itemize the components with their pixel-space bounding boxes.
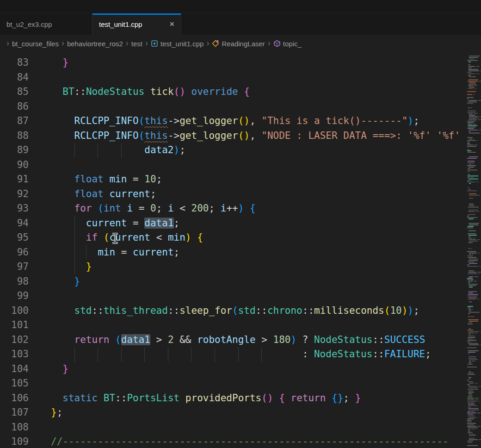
- code-text[interactable]: min = current;: [51, 245, 466, 260]
- code-line-107[interactable]: 107};: [0, 405, 466, 420]
- indent-guide: [74, 216, 75, 231]
- line-number[interactable]: 108: [0, 420, 29, 435]
- code-line-101[interactable]: 101: [0, 318, 466, 333]
- tab-bt_u2_ex3.cpp[interactable]: bt_u2_ex3.cpp: [0, 13, 92, 35]
- line-number[interactable]: 84: [0, 70, 29, 85]
- code-text[interactable]: }: [51, 56, 466, 70]
- chevron-right-icon: ›: [6, 39, 9, 47]
- breadcrumb-item-topic_[interactable]: topic_: [273, 40, 302, 48]
- code-line-99[interactable]: 99: [0, 289, 466, 304]
- line-number[interactable]: 101: [0, 318, 29, 333]
- indent-guide: [215, 347, 215, 362]
- line-number[interactable]: 94: [0, 216, 29, 231]
- code-line-97[interactable]: 97 }: [0, 260, 466, 274]
- code-line-109[interactable]: 109//-----------------------------------…: [0, 435, 466, 448]
- code-text[interactable]: float current;: [51, 187, 466, 202]
- tab-close-icon[interactable]: ×: [169, 20, 174, 28]
- code-text[interactable]: [51, 100, 466, 114]
- line-number[interactable]: 91: [0, 172, 29, 187]
- line-number[interactable]: 98: [0, 274, 29, 289]
- tab-test_unit1.cpp[interactable]: test_unit1.cpp×: [92, 13, 181, 35]
- code-line-103[interactable]: 103 : NodeStatus::FAILURE;: [0, 347, 466, 362]
- code-line-83[interactable]: 83 }: [0, 56, 466, 70]
- breadcrumb-item-ReadingLaser[interactable]: ReadingLaser: [212, 40, 265, 48]
- code-text[interactable]: [51, 318, 466, 333]
- code-text[interactable]: RCLCPP_INFO(this->get_logger(), "This is…: [51, 114, 466, 129]
- code-text[interactable]: [51, 70, 466, 85]
- code-line-91[interactable]: 91 float min = 10;: [0, 172, 466, 187]
- code-line-84[interactable]: 84: [0, 70, 466, 85]
- line-number[interactable]: 105: [0, 376, 29, 391]
- class-symbol-icon: [212, 40, 219, 47]
- code-line-93[interactable]: 93 for (int i = 0; i < 200; i++) {: [0, 201, 466, 216]
- code-line-90[interactable]: 90: [0, 158, 466, 173]
- code-line-108[interactable]: 108: [0, 420, 466, 435]
- line-number[interactable]: 86: [0, 100, 29, 114]
- code-text[interactable]: if (current < min) {: [51, 230, 466, 245]
- line-number[interactable]: 107: [0, 405, 29, 420]
- line-number[interactable]: 103: [0, 347, 29, 362]
- code-text[interactable]: for (int i = 0; i < 200; i++) {: [51, 201, 466, 216]
- line-number[interactable]: 99: [0, 289, 29, 304]
- code-text[interactable]: //--------------------------------------…: [51, 435, 466, 448]
- code-text[interactable]: : NodeStatus::FAILURE;: [51, 347, 466, 362]
- code-text[interactable]: [51, 158, 466, 173]
- line-number[interactable]: 102: [0, 333, 29, 348]
- code-text[interactable]: }: [51, 362, 466, 377]
- code-text[interactable]: };: [51, 405, 466, 420]
- code-text[interactable]: return (data1 > 2 && robotAngle > 180) ?…: [51, 333, 466, 348]
- code-text[interactable]: float min = 10;: [51, 172, 466, 187]
- code-text[interactable]: [51, 420, 466, 435]
- line-number[interactable]: 100: [0, 304, 29, 318]
- code-line-94[interactable]: 94 current = data1;: [0, 216, 466, 231]
- line-number[interactable]: 109: [0, 435, 29, 448]
- code-line-95[interactable]: 95 if (current < min) {: [0, 230, 466, 245]
- code-line-106[interactable]: 106 static BT::PortsList providedPorts()…: [0, 391, 466, 406]
- code-line-88[interactable]: 88 RCLCPP_INFO(this->get_logger(), "NODE…: [0, 129, 466, 143]
- line-number[interactable]: 93: [0, 201, 29, 216]
- code-line-87[interactable]: 87 RCLCPP_INFO(this->get_logger(), "This…: [0, 114, 466, 129]
- code-text[interactable]: }: [51, 260, 466, 274]
- code-text[interactable]: data2);: [51, 143, 466, 158]
- minimap-content: [466, 52, 481, 448]
- code-text[interactable]: BT::NodeStatus tick() override {: [51, 85, 466, 100]
- code-text[interactable]: std::this_thread::sleep_for(std::chrono:…: [51, 304, 466, 318]
- line-number[interactable]: 90: [0, 158, 29, 173]
- breadcrumb-item-test[interactable]: test: [131, 40, 142, 48]
- code-text[interactable]: [51, 289, 466, 304]
- code-line-85[interactable]: 85 BT::NodeStatus tick() override {: [0, 85, 466, 100]
- code-area[interactable]: 83 }8485 BT::NodeStatus tick() override …: [0, 52, 466, 448]
- breadcrumb-label: test_unit1.cpp: [160, 40, 204, 48]
- line-number[interactable]: 83: [0, 56, 29, 70]
- line-number[interactable]: 104: [0, 362, 29, 377]
- code-text[interactable]: }: [51, 274, 466, 289]
- code-text[interactable]: static BT::PortsList providedPorts() { r…: [51, 391, 466, 406]
- code-line-89[interactable]: 89 data2);: [0, 143, 466, 158]
- line-number[interactable]: 97: [0, 260, 29, 274]
- line-number[interactable]: 87: [0, 114, 29, 129]
- line-number[interactable]: 95: [0, 230, 29, 245]
- code-line-100[interactable]: 100 std::this_thread::sleep_for(std::chr…: [0, 304, 466, 318]
- code-line-102[interactable]: 102 return (data1 > 2 && robotAngle > 18…: [0, 333, 466, 348]
- line-number[interactable]: 92: [0, 187, 29, 202]
- line-number[interactable]: 85: [0, 85, 29, 100]
- titlebar: [0, 0, 481, 13]
- code-line-92[interactable]: 92 float current;: [0, 187, 466, 202]
- code-text[interactable]: RCLCPP_INFO(this->get_logger(), "NODE : …: [51, 129, 466, 143]
- code-line-105[interactable]: 105: [0, 376, 466, 391]
- line-number[interactable]: 88: [0, 129, 29, 143]
- code-line-86[interactable]: 86: [0, 100, 466, 114]
- code-line-96[interactable]: 96 min = current;: [0, 245, 466, 260]
- indent-guide: [74, 260, 75, 274]
- code-text[interactable]: [51, 376, 466, 391]
- line-number[interactable]: 96: [0, 245, 29, 260]
- minimap[interactable]: [466, 52, 481, 448]
- breadcrumb-item-bt_course_files[interactable]: bt_course_files: [12, 40, 59, 48]
- code-line-98[interactable]: 98 }: [0, 274, 466, 289]
- code-text[interactable]: current = data1;: [51, 216, 466, 231]
- line-number[interactable]: 89: [0, 143, 29, 158]
- code-line-104[interactable]: 104 }: [0, 362, 466, 377]
- line-number[interactable]: 106: [0, 391, 29, 406]
- breadcrumb-item-behaviortree_ros2[interactable]: behaviortree_ros2: [67, 40, 123, 48]
- breadcrumb-item-test_unit1.cpp[interactable]: test_unit1.cpp: [151, 40, 204, 48]
